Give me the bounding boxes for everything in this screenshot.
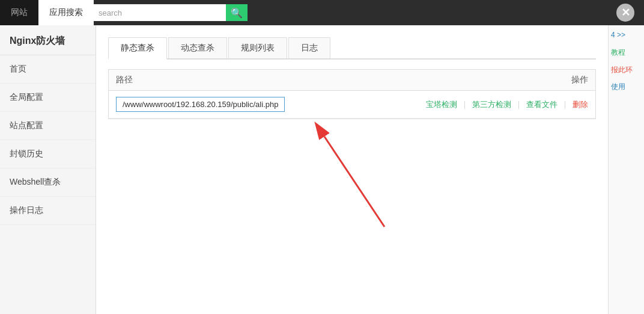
table-row: /www/wwwroot/192.168.20.159/public/ali.p…	[109, 91, 595, 119]
sep-3: ｜	[561, 99, 569, 110]
header-path: 路径	[116, 75, 133, 85]
main-layout: Nginx防火墙 首页 全局配置 站点配置 封锁历史 Webshell查杀 操作…	[0, 25, 644, 314]
action-delete[interactable]: 删除	[573, 99, 588, 110]
svg-line-1	[324, 137, 384, 227]
right-strip-pagination[interactable]: 4 >>	[611, 30, 642, 40]
action-third-detect[interactable]: 第三方检测	[472, 99, 511, 110]
right-strip-tutorial[interactable]: 教程	[611, 48, 642, 58]
tab-dynamic-scan[interactable]: 动态查杀	[168, 37, 227, 58]
sep-2: ｜	[515, 99, 523, 110]
top-bar: 网站 应用搜索 🔍 ✕	[0, 0, 644, 25]
close-button[interactable]: ✕	[616, 4, 634, 22]
right-strip-use[interactable]: 使用	[611, 82, 642, 92]
nav-website[interactable]: 网站	[0, 0, 38, 25]
file-path: /www/wwwroot/192.168.20.159/public/ali.p…	[116, 97, 285, 112]
tab-rule-list[interactable]: 规则列表	[228, 37, 287, 58]
sidebar-item-operation-log[interactable]: 操作日志	[0, 197, 96, 225]
table-header: 路径 操作	[109, 70, 595, 91]
search-input[interactable]	[94, 4, 226, 21]
sidebar-title: Nginx防火墙	[0, 25, 96, 55]
header-action: 操作	[571, 75, 588, 85]
action-links: 宝塔检测 ｜ 第三方检测 ｜ 查看文件 ｜ 删除	[426, 99, 588, 110]
search-icon: 🔍	[231, 7, 243, 19]
tab-log[interactable]: 日志	[288, 37, 330, 58]
right-strip: 4 >> 教程 报此环 使用	[608, 25, 644, 314]
search-bar: 🔍	[94, 4, 248, 21]
tab-static-scan[interactable]: 静态查杀	[108, 37, 167, 60]
right-strip-report[interactable]: 报此环	[611, 65, 642, 75]
action-bt-detect[interactable]: 宝塔检测	[426, 99, 457, 110]
sep-1: ｜	[461, 99, 469, 110]
close-icon: ✕	[621, 6, 630, 19]
sidebar-item-home[interactable]: 首页	[0, 55, 96, 84]
tab-bar: 静态查杀 动态查杀 规则列表 日志	[108, 37, 596, 60]
annotation-arrow	[306, 119, 415, 241]
search-button[interactable]: 🔍	[226, 4, 248, 21]
nav-app-search[interactable]: 应用搜索	[38, 0, 94, 25]
sidebar: Nginx防火墙 首页 全局配置 站点配置 封锁历史 Webshell查杀 操作…	[0, 25, 96, 314]
action-view-file[interactable]: 查看文件	[526, 99, 557, 110]
sidebar-item-site-config[interactable]: 站点配置	[0, 112, 96, 140]
scan-table: 路径 操作 /www/wwwroot/192.168.20.159/public…	[108, 69, 596, 119]
sidebar-item-webshell-scan[interactable]: Webshell查杀	[0, 168, 96, 197]
content-area: 静态查杀 动态查杀 规则列表 日志 路径 操作 /www/wwwroot/192…	[96, 25, 608, 314]
right-strip-content: 4 >> 教程 报此环 使用	[609, 25, 644, 104]
sidebar-item-block-history[interactable]: 封锁历史	[0, 140, 96, 168]
sidebar-item-global-config[interactable]: 全局配置	[0, 84, 96, 112]
